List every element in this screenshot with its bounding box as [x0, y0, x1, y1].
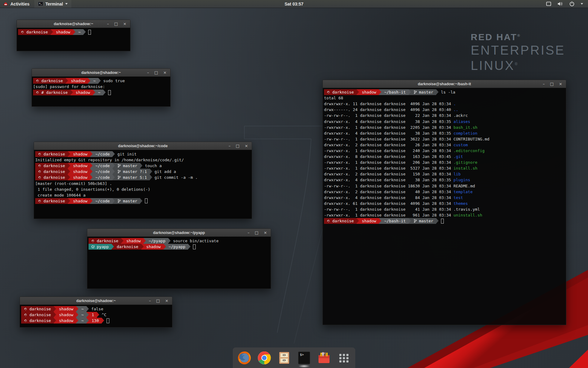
prompt-segment: ~/code: [92, 163, 112, 169]
power-icon[interactable]: [569, 1, 575, 6]
terminal-text: ..: [454, 107, 458, 112]
window-title: darknoise@shadow:~/code: [34, 144, 252, 148]
terminal-text: .: [454, 102, 456, 106]
terminal-text: git commit -a -m .: [152, 175, 198, 180]
titlebar[interactable]: darknoise@shadow:~ – □ ×: [17, 20, 130, 28]
prompt-segment-label: shadow: [146, 244, 161, 249]
titlebar[interactable]: darknoise@shadow:~/pyapp – □ ×: [87, 229, 271, 237]
close-button[interactable]: ×: [559, 80, 562, 88]
terminal-line: drwxrwxr-x. 4 darknoise darknoise 38 Jan…: [324, 130, 566, 136]
terminal-window-home-1[interactable]: darknoise@shadow:~ – □ × darknoiseshadow…: [17, 20, 130, 51]
redhat-icon: [38, 164, 41, 167]
terminal-text: install.sh: [454, 166, 477, 171]
terminal-window-home-2[interactable]: darknoise@shadow:~ – □ × darknoiseshadow…: [20, 297, 172, 328]
terminal-text: -rwxrwxr-x. 1 darknoise darknoise 961 Ja…: [324, 213, 454, 217]
maximize-button[interactable]: □: [255, 229, 258, 237]
prompt-segment-label: darknoise: [97, 239, 118, 243]
prompt-segment: shadow: [70, 169, 90, 174]
dock-files-icon[interactable]: [277, 351, 291, 365]
terminal-text: source bin/activate: [171, 239, 219, 243]
dock-terminal-icon[interactable]: $>: [297, 351, 311, 365]
app-menu-terminal[interactable]: >_ Terminal: [34, 0, 71, 8]
redhat-icon: [36, 91, 39, 94]
titlebar[interactable]: darknoise@shadow:~/code – □ ×: [34, 142, 252, 150]
close-button[interactable]: ×: [165, 297, 168, 305]
screen-share-icon[interactable]: [546, 1, 551, 6]
terminal-window-sudo[interactable]: darknoise@shadow:~ – □ × darknoiseshadow…: [32, 68, 171, 107]
powerline-arrow: [111, 244, 114, 250]
powerline-arrow: [54, 312, 56, 318]
top-bar: Activities >_ Terminal Sat 03:57: [0, 0, 588, 8]
close-button[interactable]: ×: [245, 142, 248, 150]
dock-app-grid-icon[interactable]: [337, 351, 351, 365]
powerline-arrow: [112, 198, 115, 204]
minimize-button[interactable]: –: [107, 20, 109, 28]
terminal-line: -rw-rw-r--. 1 darknoise darknoise 3622 J…: [324, 136, 566, 142]
dock-chrome-icon[interactable]: [257, 351, 271, 365]
prompt-segment: ~/code: [92, 174, 112, 180]
prompt-segment-label: ~: [93, 79, 96, 83]
powerline-arrow: [98, 78, 101, 84]
titlebar[interactable]: darknoise@shadow:~ – □ ×: [20, 297, 172, 305]
terminal-window-code[interactable]: darknoise@shadow:~/code – □ × darknoises…: [34, 142, 252, 219]
terminal-line: drwxrwxr-x. 61 darknoise darknoise 4096 …: [324, 201, 566, 206]
terminal-cursor: [193, 244, 196, 249]
prompt-segment: pyapp: [89, 244, 111, 250]
terminal-content[interactable]: darknoiseshadow~/pyapp source bin/activa…: [87, 237, 271, 289]
close-button[interactable]: ×: [163, 69, 167, 77]
maximize-button[interactable]: □: [154, 69, 158, 77]
terminal-content[interactable]: darknoiseshadow~: [17, 28, 130, 51]
terminal-window-pyapp[interactable]: darknoise@shadow:~/pyapp – □ × darknoise…: [87, 228, 271, 289]
terminal-text: drwxrwxr-x. 8 darknoise darknoise 163 Ja…: [324, 154, 454, 159]
prompt-segment-label: shadow: [71, 79, 85, 83]
prompt-segment-label: ~/pyapp: [169, 244, 186, 249]
terminal-content[interactable]: darknoiseshadow~ falsedarknoiseshadow~1 …: [20, 305, 172, 327]
rhel-logo: RED HAT® ENTERPRISE LINUX®: [471, 32, 565, 73]
powerline-arrow: [150, 174, 152, 180]
minimize-button[interactable]: –: [149, 297, 151, 305]
powerline-arrow: [436, 218, 439, 224]
titlebar[interactable]: darknoise@shadow:~ – □ ×: [32, 69, 170, 77]
maximize-button[interactable]: □: [550, 80, 554, 88]
maximize-button[interactable]: □: [156, 297, 160, 305]
terminal-content[interactable]: darknoiseshadow~/code git initInitialize…: [34, 150, 252, 219]
close-button[interactable]: ×: [264, 229, 267, 237]
terminal-line: darknoiseshadow~ sudo true: [33, 78, 170, 84]
terminal-content[interactable]: darknoiseshadow~/bash-itmaster ls -latot…: [323, 88, 566, 325]
powerline-arrow: [90, 151, 92, 157]
minimize-button[interactable]: –: [247, 229, 250, 237]
prompt-segment: shadow: [68, 78, 88, 84]
activities-button[interactable]: Activities: [2, 0, 32, 8]
minimize-button[interactable]: –: [228, 142, 231, 150]
prompt-segment-label: 1: [92, 312, 94, 317]
terminal-window-bash-it[interactable]: darknoise@shadow:~/bash-it – □ × darknoi…: [322, 80, 566, 325]
minimize-button[interactable]: –: [147, 69, 149, 77]
prompt-segment-label: # darknoise: [41, 90, 68, 95]
terminal-line: drwxrwxr-x. 2 darknoise darknoise 26 Jan…: [324, 142, 566, 148]
dock-firefox-icon[interactable]: [237, 351, 251, 365]
powerline-arrow: [379, 89, 381, 95]
venv-icon: [91, 245, 95, 248]
terminal-line: drwxrwxr-x. 4 darknoise darknoise 84 Jan…: [324, 195, 566, 201]
prompt-segment-label: shadow: [56, 30, 70, 34]
volume-icon[interactable]: [557, 1, 563, 6]
terminal-line: [sudo] password for darknoise:: [33, 84, 170, 90]
minimize-button[interactable]: –: [543, 80, 545, 88]
terminal-text: git add a: [152, 169, 176, 174]
terminal-cursor: [145, 198, 148, 203]
terminal-line: -rwxrwxr-x. 1 darknoise darknoise 240 Ja…: [324, 148, 566, 154]
terminal-text: drwxrwxr-x. 4 darknoise darknoise 38 Jan…: [324, 178, 454, 182]
maximize-button[interactable]: □: [114, 20, 118, 28]
system-menu-chevron-icon[interactable]: [581, 3, 583, 5]
maximize-button[interactable]: □: [236, 142, 239, 150]
powerline-arrow: [90, 169, 92, 174]
terminal-text: custom: [454, 143, 468, 147]
prompt-segment: shadow: [56, 318, 76, 324]
titlebar[interactable]: darknoise@shadow:~/bash-it – □ ×: [323, 80, 566, 88]
terminal-content[interactable]: darknoiseshadow~ sudo true[sudo] passwor…: [32, 77, 170, 106]
terminal-text: -rwxrwxr-x. 1 darknoise darknoise 5327 J…: [324, 166, 454, 171]
dock-toolbox-icon[interactable]: [317, 351, 331, 365]
clock[interactable]: Sat 03:57: [0, 2, 588, 6]
terminal-text: -rwxrwxr-x. 1 darknoise darknoise 2205 J…: [324, 125, 454, 130]
close-button[interactable]: ×: [123, 20, 126, 28]
